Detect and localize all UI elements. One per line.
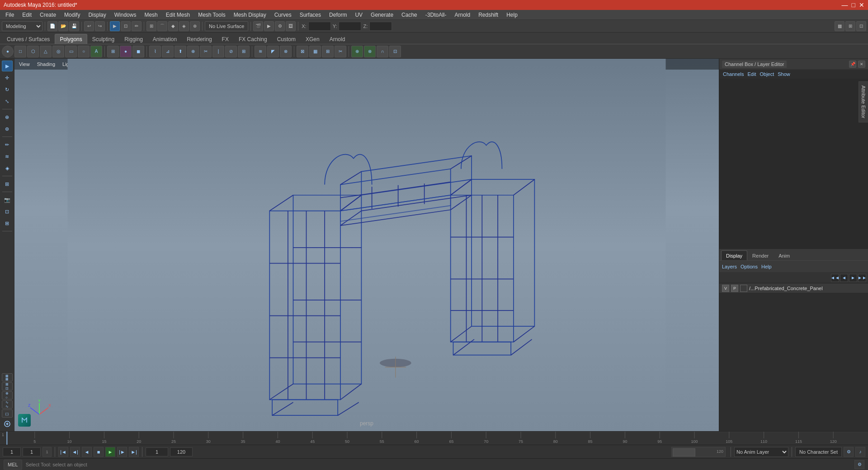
tab-xgen[interactable]: XGen: [301, 34, 325, 44]
open-file-btn[interactable]: 📂: [58, 21, 68, 31]
snap-surface-btn[interactable]: ◈: [179, 21, 189, 31]
menu-file[interactable]: File: [2, 11, 18, 19]
camera-view[interactable]: 📷: [2, 194, 13, 205]
panel-pin-btn[interactable]: 📌: [849, 61, 856, 68]
menu-display[interactable]: Display: [85, 11, 109, 19]
render-settings-btn[interactable]: ⚙: [275, 21, 285, 31]
snap-grid-l[interactable]: ⊞: [2, 179, 13, 189]
lasso-btn[interactable]: ⊡: [121, 21, 131, 31]
render-frame-btn[interactable]: 🎬: [253, 21, 263, 31]
menu-uv[interactable]: UV: [351, 11, 366, 19]
menu-help[interactable]: Help: [503, 11, 521, 19]
channel-box-tab[interactable]: Channel Box / Layer Editor: [722, 61, 787, 68]
menu-3dto-all[interactable]: -3DtoAll-: [422, 11, 450, 19]
shelf-smooth-shade[interactable]: ●: [120, 46, 132, 57]
shelf-mirror[interactable]: ⊡: [389, 46, 401, 57]
play-fwd-btn[interactable]: ►: [105, 447, 115, 457]
play-back-btn[interactable]: ◄: [82, 447, 92, 457]
step-fwd-btn[interactable]: |►: [117, 447, 127, 457]
uv-editor-btn[interactable]: ⊠⊡: [2, 382, 13, 390]
live-surface-btn[interactable]: No Live Surface: [205, 21, 248, 31]
snap-grid-btn[interactable]: ⊞: [146, 21, 156, 31]
show-manip[interactable]: ◈: [2, 163, 13, 174]
menu-surfaces[interactable]: Surfaces: [296, 11, 325, 19]
layer-fwd-btn[interactable]: ►: [849, 274, 857, 282]
mel-tab[interactable]: MEL: [4, 460, 22, 470]
panel-close-btn[interactable]: ✕: [858, 61, 865, 68]
shelf-cut[interactable]: ✂: [200, 46, 212, 57]
menu-mesh-display[interactable]: Mesh Display: [230, 11, 270, 19]
paint-select-btn[interactable]: ✏: [132, 21, 142, 31]
shelf-fill-hole[interactable]: ⊞: [238, 46, 250, 57]
universal-manip[interactable]: ⊕: [2, 112, 13, 122]
layer-color-btn[interactable]: [740, 285, 747, 292]
z-input[interactable]: [369, 22, 392, 31]
menu-deform[interactable]: Deform: [326, 11, 350, 19]
ipr-render-btn[interactable]: ▶: [264, 21, 274, 31]
shelf-combine[interactable]: ⊕: [351, 46, 363, 57]
x-input[interactable]: [308, 22, 331, 31]
graph-editor-btn[interactable]: ∿∿: [2, 400, 13, 409]
snap-view-btn[interactable]: ⊕: [190, 21, 200, 31]
paint-tool[interactable]: ✏: [2, 139, 13, 150]
icon-bar-handle[interactable]: [2, 418, 13, 429]
tab-arnold[interactable]: Arnold: [325, 34, 350, 44]
y-input[interactable]: [339, 22, 361, 31]
scale-tool[interactable]: ⤡: [2, 96, 13, 107]
grid-btn[interactable]: ⊞: [845, 21, 855, 31]
shelf-uv-unfold[interactable]: ⊠: [297, 46, 308, 57]
help-nav[interactable]: Help: [761, 264, 772, 269]
tab-sculpting[interactable]: Sculpting: [87, 34, 119, 44]
undo-btn[interactable]: ↩: [84, 21, 94, 31]
shelf-insert-edge[interactable]: |: [212, 46, 224, 57]
shelf-wireframe[interactable]: ⊞: [107, 46, 119, 57]
shelf-flat-shade[interactable]: ◼: [132, 46, 144, 57]
show-render-btn[interactable]: 🖼: [286, 21, 296, 31]
char-set-btn[interactable]: No Character Set: [795, 447, 842, 457]
display-tab[interactable]: Display: [721, 250, 747, 260]
shelf-merge[interactable]: ⊕: [187, 46, 199, 57]
shelf-text[interactable]: A: [90, 46, 102, 57]
object-nav[interactable]: Object: [760, 71, 774, 77]
shelf-uv-auto[interactable]: ⊞: [322, 46, 334, 57]
shelf-bevel[interactable]: ⊿: [162, 46, 174, 57]
shelf-torus[interactable]: ◎: [52, 46, 64, 57]
tab-animation[interactable]: Animation: [148, 34, 182, 44]
layer-item[interactable]: V P /...Prefabricated_Concrete_Panel: [719, 283, 868, 293]
viewport[interactable]: View Shading Lighting Show Renderer Pane…: [14, 59, 719, 431]
menu-mesh[interactable]: Mesh: [141, 11, 161, 19]
shelf-cylinder[interactable]: ⬡: [27, 46, 39, 57]
menu-cache[interactable]: Cache: [398, 11, 421, 19]
hud-btn[interactable]: ⊡: [856, 21, 866, 31]
tab-fx-caching[interactable]: FX Caching: [234, 34, 272, 44]
poly-count-btn[interactable]: ▦▦: [2, 373, 13, 381]
shelf-reduce[interactable]: ◤: [267, 46, 279, 57]
script-editor-btn[interactable]: { }: [2, 409, 13, 418]
anim-tab[interactable]: Anim: [774, 250, 795, 260]
shelf-bridge[interactable]: ⌇: [149, 46, 161, 57]
display-options-btn[interactable]: ▦: [835, 21, 844, 31]
save-file-btn[interactable]: 💾: [69, 21, 79, 31]
menu-edit[interactable]: Edit: [19, 11, 35, 19]
new-file-btn[interactable]: 📄: [47, 21, 57, 31]
menu-generate[interactable]: Generate: [367, 11, 397, 19]
shelf-cone[interactable]: △: [40, 46, 52, 57]
menu-windows[interactable]: Windows: [111, 11, 140, 19]
select-tool-btn[interactable]: ▶: [110, 21, 120, 31]
menu-curves[interactable]: Curves: [271, 11, 295, 19]
rotate-tool[interactable]: ↻: [2, 84, 13, 95]
show-nav[interactable]: Show: [778, 71, 790, 77]
layer-end-btn[interactable]: ►►: [858, 274, 866, 282]
soft-mod[interactable]: ⊛: [2, 123, 13, 134]
redo-btn[interactable]: ↪: [95, 21, 105, 31]
shelf-boolean[interactable]: ∩: [377, 46, 388, 57]
sound-btn[interactable]: ♪: [855, 447, 865, 457]
layer-prev-btn[interactable]: ◄◄: [831, 274, 839, 282]
minimize-button[interactable]: —: [842, 1, 848, 9]
menu-modify[interactable]: Modify: [61, 11, 84, 19]
snap-curve-btn[interactable]: ⌒: [157, 21, 167, 31]
shelf-delete-edge[interactable]: ⊘: [225, 46, 237, 57]
menu-redshift[interactable]: Redshift: [475, 11, 502, 19]
shelf-extrude[interactable]: ⬆: [175, 46, 186, 57]
attribute-editor-tab[interactable]: Attribute Editor: [859, 81, 868, 122]
